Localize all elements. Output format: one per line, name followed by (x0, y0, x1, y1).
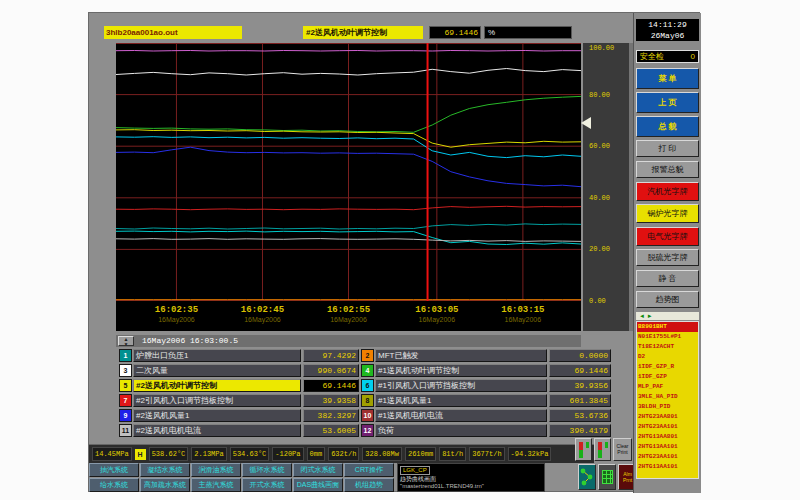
status-indicator-button-2[interactable] (594, 438, 611, 461)
alarm-tag[interactable]: MLP_PAF (637, 382, 698, 392)
alarm-tag[interactable]: 1IDF_GZP (637, 372, 698, 382)
legend-row[interactable]: 2MFT已触发0.0000 (361, 349, 611, 362)
system-nav-button[interactable]: 给水系统 (89, 478, 139, 492)
alarm-tag[interactable]: 2HTG13AA101 (637, 442, 698, 452)
print-button[interactable]: 打 印 (636, 140, 699, 157)
trend-file-tag[interactable]: 3hlb20aa001ao.out (104, 26, 242, 39)
alarm-tag[interactable]: 1IDF_GZP_R (637, 362, 698, 372)
pen-value: 53.6005 (303, 424, 359, 437)
alarm-tag[interactable]: 2HTG13AA801 (637, 432, 698, 442)
tick-time: 16:02:55 (314, 305, 384, 315)
system-nav-button[interactable]: DAS曲线画面 (293, 478, 343, 492)
flow-diagram-button[interactable] (578, 464, 596, 490)
status-value: 328.08Mw (362, 447, 402, 461)
y-tick-label: 40.00 (589, 194, 610, 202)
pen-swatch: 11 (119, 424, 132, 437)
value-pointer-marker[interactable] (581, 117, 591, 129)
pen-label: 炉膛出口负压1 (133, 349, 301, 362)
green-indicator-icon (579, 450, 583, 458)
alarm-tag[interactable]: 2HTG23AA101 (637, 452, 698, 462)
status-value: 0mm (307, 447, 326, 461)
time-spin-control[interactable]: ▲▼ (118, 336, 134, 346)
system-nav-button[interactable]: 闭式水系统 (293, 463, 343, 477)
legend-header: ▲▼ 16May2006 16:03:00.5 (116, 335, 581, 347)
legend-row[interactable]: 10#1送风机电机电流53.6736 (361, 409, 611, 422)
legend-row[interactable]: 7#2引风机入口调节挡板控制39.9358 (119, 394, 359, 407)
pen-value: 390.4179 (549, 424, 611, 437)
pen-swatch: 1 (119, 349, 132, 362)
pen-swatch: 7 (119, 394, 132, 407)
data-table-button[interactable] (598, 464, 616, 490)
status-value: 2610mm (405, 447, 436, 461)
prev-page-button[interactable]: 上 页 (636, 92, 699, 113)
alarm-tag[interactable]: 3BLDH_PID (637, 402, 698, 412)
pen-swatch: 4 (361, 364, 374, 377)
status-value: 534.63°C (230, 447, 270, 461)
legend-row[interactable]: 4#1送风机动叶调节控制69.1446 (361, 364, 611, 377)
system-nav-button[interactable]: 机组趋势 (344, 478, 394, 492)
turbine-annunciator-button[interactable]: 汽机光字牌 (636, 182, 699, 201)
alarm-tag[interactable]: 2HTG13AA101 (637, 462, 698, 472)
y-tick-label: 60.00 (589, 142, 610, 150)
x-tick: 16:02:4516May2006 (227, 305, 297, 323)
menu-button[interactable]: 菜 单 (636, 68, 699, 89)
system-nav-button[interactable]: 主蒸汽系统 (191, 478, 241, 492)
y-tick-label: 0.00 (589, 297, 606, 305)
green-indicator-icon (605, 442, 608, 448)
boiler-annunciator-button[interactable]: 锅炉光字牌 (636, 204, 699, 223)
alarm-badge: H (135, 449, 146, 460)
pen-value: 69.1446 (549, 364, 611, 377)
alarm-tag[interactable]: N01E1755L#P1 (637, 332, 698, 342)
status-indicator-button-1[interactable] (575, 438, 592, 461)
molecule-icon (579, 465, 595, 489)
dcs-trend-window: 3hlb20aa001ao.out #2送风机动叶调节控制 69.1446 % … (88, 12, 700, 492)
system-nav-button[interactable]: 高加疏水系统 (140, 478, 190, 492)
system-nav-button[interactable]: CRT操作 (344, 463, 394, 477)
legend-column-right: 2MFT已触发0.00004#1送风机动叶调节控制69.14466#1引风机入口… (361, 349, 611, 439)
selected-pen-title[interactable]: #2送风机动叶调节控制 (303, 26, 423, 39)
clear-print-button[interactable]: Clear Print (613, 438, 632, 461)
y-tick-label: 20.00 (589, 245, 610, 253)
system-nav-button[interactable]: 开式水系统 (242, 478, 292, 492)
pen-value: 601.3845 (549, 394, 611, 407)
system-nav-button[interactable]: 抽汽系统 (89, 463, 139, 477)
alarm-tag[interactable]: 2HTG23AA801 (637, 412, 698, 422)
trend-canvas[interactable] (116, 43, 581, 301)
trend-line-pen-magenta (116, 51, 581, 52)
alarm-summary-button[interactable]: 报警总貌 (636, 161, 699, 178)
overview-button[interactable]: 总 貌 (636, 116, 699, 137)
selected-pen-unit: % (484, 26, 572, 39)
legend-row[interactable]: 5#2送风机动叶调节控制69.1446 (119, 379, 359, 392)
trend-plot[interactable]: 16:02:3516May200616:02:4516May200616:02:… (116, 43, 581, 331)
tag-list-pager[interactable]: ◄ ► (636, 312, 699, 320)
x-tick: 16:03:0516May2006 (402, 305, 472, 323)
alarm-tag[interactable]: D2 (637, 352, 698, 362)
mute-button[interactable]: 静 音 (636, 270, 699, 287)
cursor-timestamp: 16May2006 16:03:00.5 (142, 336, 238, 345)
pen-label: #2引风机入口调节挡板控制 (133, 394, 301, 407)
electrical-annunciator-button[interactable]: 电气光字牌 (636, 227, 699, 246)
trend-chart-button[interactable]: 趋势图 (636, 291, 699, 308)
legend-row[interactable]: 8#1送风机风量1601.3845 (361, 394, 611, 407)
fgd-annunciator-button[interactable]: 脱硫光字牌 (636, 249, 699, 266)
legend-row[interactable]: 11#2送风机电机电流53.6005 (119, 424, 359, 437)
legend-row[interactable]: 6#1引风机入口调节挡板控制39.9356 (361, 379, 611, 392)
alarm-tag[interactable]: 3MLE_HA_PID (637, 392, 698, 402)
red-indicator-icon (579, 442, 583, 450)
system-nav-button[interactable]: 润滑油系统 (191, 463, 241, 477)
legend-row[interactable]: 12负荷390.4179 (361, 424, 611, 437)
system-nav-button[interactable]: 循环水系统 (242, 463, 292, 477)
screen-description: 趋势曲线画面 (400, 476, 542, 483)
alarm-tag[interactable]: T18E12ACHT (637, 342, 698, 352)
legend-row[interactable]: 1炉膛出口负压197.4292 (119, 349, 359, 362)
alarm-tag[interactable]: B8901BHT (637, 322, 698, 332)
system-nav-button[interactable]: 凝结水系统 (140, 463, 190, 477)
pen-label: #2送风机动叶调节控制 (133, 379, 301, 392)
status-bar: 14.45MPaH538.62°C2.13MPa534.63°C-120Pa0m… (89, 444, 594, 463)
page-right-icon: ► (647, 313, 653, 319)
legend-row[interactable]: 9#2送风机风量1382.3297 (119, 409, 359, 422)
legend-row[interactable]: 3二次风量990.0674 (119, 364, 359, 377)
tick-date: 16May2006 (227, 316, 297, 323)
alarm-tag[interactable]: 2HTG23AA101 (637, 422, 698, 432)
pen-swatch: 8 (361, 394, 374, 407)
